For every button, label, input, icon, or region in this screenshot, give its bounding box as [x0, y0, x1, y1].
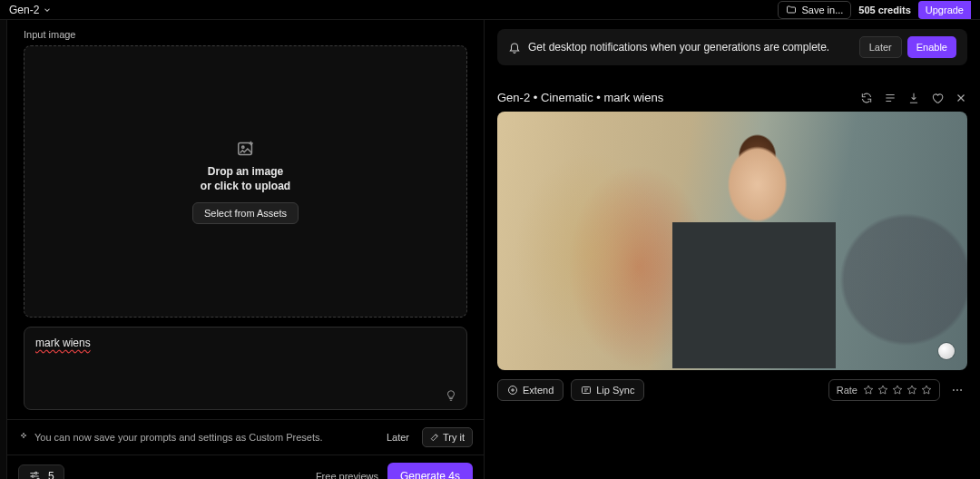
tip-later-button[interactable]: Later: [379, 428, 416, 446]
result-preview[interactable]: [497, 112, 967, 370]
svg-point-3: [32, 475, 34, 477]
extend-icon: [507, 385, 518, 396]
chevron-down-icon: [43, 5, 52, 15]
star-icon[interactable]: [863, 385, 874, 396]
folder-icon: [786, 5, 797, 15]
model-name: Gen-2: [9, 4, 39, 16]
upgrade-button[interactable]: Upgrade: [918, 1, 971, 19]
bell-icon: [508, 41, 521, 54]
free-previews-text: Free previews: [316, 471, 378, 479]
sparkle-icon: [18, 432, 29, 443]
settings-chip[interactable]: 5: [18, 464, 64, 479]
right-panel: Get desktop notifications when your gene…: [485, 20, 980, 479]
svg-point-9: [960, 389, 962, 391]
download-icon[interactable]: [907, 92, 920, 104]
rate-box: Rate: [828, 379, 940, 401]
model-selector[interactable]: Gen-2: [9, 4, 52, 16]
credits-text: 505 credits: [858, 5, 910, 15]
svg-rect-6: [583, 386, 591, 393]
rating-stars: [863, 385, 932, 396]
wand-icon: [430, 433, 439, 442]
tip-text: You can now save your prompts and settin…: [34, 432, 323, 443]
svg-point-1: [241, 146, 243, 148]
notif-enable-button[interactable]: Enable: [907, 36, 956, 58]
heart-icon[interactable]: [931, 92, 944, 104]
prompt-value: mark wiens: [24, 327, 466, 358]
star-icon[interactable]: [921, 385, 932, 396]
svg-point-8: [956, 389, 958, 391]
generate-button[interactable]: Generate 4s: [387, 463, 473, 479]
star-icon[interactable]: [892, 385, 903, 396]
lip-sync-icon: [581, 385, 592, 396]
regenerate-icon[interactable]: [860, 92, 873, 104]
suggestions-icon[interactable]: [445, 389, 457, 402]
sliders-icon: [28, 470, 41, 479]
more-icon[interactable]: [947, 384, 967, 396]
close-icon[interactable]: [955, 92, 967, 104]
result-title: Gen-2 • Cinematic • mark wiens: [497, 91, 663, 104]
select-from-assets-button[interactable]: Select from Assets: [192, 202, 299, 224]
notification-text: Get desktop notifications when your gene…: [528, 41, 829, 54]
extend-button[interactable]: Extend: [497, 379, 564, 401]
rate-label: Rate: [837, 385, 858, 396]
notif-later-button[interactable]: Later: [859, 36, 902, 58]
dropzone-text: Drop an image or click to upload: [201, 164, 290, 193]
svg-point-7: [953, 389, 955, 391]
left-rail: [0, 20, 7, 479]
tip-banner: You can now save your prompts and settin…: [7, 419, 484, 455]
result-block: Gen-2 • Cinematic • mark wiens: [497, 91, 967, 401]
topbar: Gen-2 Save in... 505 credits Upgrade: [0, 0, 980, 20]
lip-sync-button[interactable]: Lip Sync: [571, 379, 644, 401]
left-panel: Input image Drop an image or click to up…: [7, 20, 485, 479]
bottom-bar: 5 Free previews Generate 4s: [7, 455, 484, 479]
save-in-button[interactable]: Save in...: [778, 1, 851, 19]
notification-banner: Get desktop notifications when your gene…: [497, 29, 967, 65]
star-icon[interactable]: [906, 385, 917, 396]
svg-point-2: [35, 472, 37, 474]
tip-try-it-button[interactable]: Try it: [422, 427, 473, 447]
image-add-icon: [236, 139, 256, 159]
input-image-label: Input image: [24, 29, 467, 40]
queue-icon[interactable]: [884, 92, 897, 104]
star-icon[interactable]: [877, 385, 888, 396]
image-dropzone[interactable]: Drop an image or click to upload Select …: [24, 45, 467, 318]
prompt-input[interactable]: mark wiens: [24, 327, 467, 410]
settings-count: 5: [48, 470, 54, 479]
save-in-label: Save in...: [801, 5, 843, 15]
